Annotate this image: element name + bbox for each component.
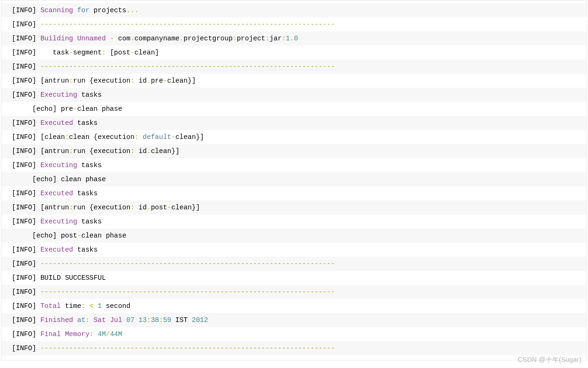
token-p: ] xyxy=(32,147,40,155)
token-p: pre xyxy=(151,77,163,84)
token-p: INFO xyxy=(16,330,32,338)
token-op: : xyxy=(233,35,237,42)
token-kw: Sat xyxy=(94,316,106,324)
token-kw: Executing xyxy=(40,218,77,225)
output-line: [INFO] BUILD SUCCESSFUL xyxy=(1,271,587,285)
token-num: 4M xyxy=(98,330,106,338)
output-line: [INFO] ---------------------------------… xyxy=(1,17,587,31)
token-kw: Final xyxy=(40,330,61,338)
token-op: : xyxy=(81,302,86,310)
output-line: [INFO] Executed tasks xyxy=(1,116,587,130)
token-p: { xyxy=(89,147,94,155)
token-p: INFO xyxy=(16,190,32,197)
token-p: ] xyxy=(32,330,40,338)
token-p: second xyxy=(102,302,130,310)
token-p: companyname xyxy=(134,35,180,42)
token-p: [ xyxy=(12,316,16,324)
token-p: [ xyxy=(12,204,16,211)
token-p: INFO xyxy=(16,147,32,155)
output-line: [INFO] ---------------------------------… xyxy=(1,60,587,74)
token-p: [ xyxy=(40,77,45,84)
token-p: } xyxy=(171,147,175,155)
token-p: INFO xyxy=(16,161,32,169)
token-p: { xyxy=(89,204,94,211)
token-p: [ xyxy=(32,105,37,113)
token-op: : xyxy=(65,133,69,141)
token-p: ] xyxy=(32,133,40,141)
token-p: ] xyxy=(32,302,40,310)
token-p: [ xyxy=(12,63,16,70)
token-p: [ xyxy=(12,147,16,155)
token-p: INFO xyxy=(16,316,32,324)
token-p: [ xyxy=(12,91,16,99)
token-p: ] xyxy=(32,77,40,84)
token-p: execution xyxy=(94,77,130,84)
token-op: / xyxy=(106,330,110,338)
token-p: post xyxy=(114,49,131,56)
token-kw: Unnamed xyxy=(77,35,106,42)
token-op: : xyxy=(130,204,134,211)
token-p: clean xyxy=(171,204,192,211)
token-op: . xyxy=(147,204,151,211)
token-p: } xyxy=(192,204,196,211)
token-kw: Memory xyxy=(65,330,89,338)
token-p: INFO xyxy=(16,260,32,268)
token-p: INFO xyxy=(16,218,32,225)
token-op: : xyxy=(69,147,73,155)
token-p: [ xyxy=(12,345,16,352)
output-line: [INFO] ---------------------------------… xyxy=(1,285,587,299)
token-p: echo xyxy=(36,176,53,183)
token-p: pre xyxy=(57,105,73,113)
token-p: INFO xyxy=(16,288,32,296)
token-num: 13 xyxy=(139,316,147,324)
token-p xyxy=(12,105,32,113)
token-p: ] xyxy=(175,147,180,155)
token-p: segment xyxy=(73,49,102,56)
token-p: clean xyxy=(45,133,65,141)
token-p: } xyxy=(188,77,192,84)
token-p xyxy=(106,35,110,42)
token-op: . xyxy=(147,147,151,155)
token-p xyxy=(73,7,78,14)
token-p: tasks xyxy=(77,218,102,225)
token-kw: Executing xyxy=(40,91,77,99)
token-p: [ xyxy=(110,49,114,56)
token-p xyxy=(12,176,32,183)
token-p: project xyxy=(237,35,266,42)
token-num: 0 xyxy=(294,35,298,42)
output-line: [INFO] [antrun:run {execution: id.post-c… xyxy=(1,200,587,215)
token-p: ] xyxy=(192,77,196,84)
token-op: - xyxy=(77,232,81,239)
token-p: [ xyxy=(32,232,37,239)
output-line: [INFO] Executed tasks xyxy=(1,243,587,257)
token-op: : xyxy=(282,35,286,42)
output-line: [INFO] Building Unnamed - com.companynam… xyxy=(1,31,587,46)
token-kw: Executed xyxy=(40,190,73,197)
token-op: - xyxy=(171,133,175,141)
token-p: ] xyxy=(32,345,40,352)
token-p: INFO xyxy=(16,204,32,211)
output-line: [INFO] Executing tasks xyxy=(1,88,587,102)
token-op: - xyxy=(130,49,134,56)
token-p: { xyxy=(94,133,98,141)
token-p: ] xyxy=(32,7,40,14)
output-line: [INFO] Executed tasks xyxy=(1,186,587,200)
token-p: projectgroup xyxy=(184,35,233,42)
token-p: [ xyxy=(12,21,16,28)
token-p: { xyxy=(89,77,94,84)
token-p: ] xyxy=(53,176,57,183)
token-kw: Finished xyxy=(40,316,73,324)
token-num: 59 xyxy=(163,316,171,324)
output-line: [INFO] [antrun:run {execution: id.clean}… xyxy=(1,144,587,158)
token-p: ] xyxy=(32,91,40,99)
token-p: [ xyxy=(12,218,16,225)
token-p: [ xyxy=(12,161,16,169)
token-p: ] xyxy=(32,204,40,211)
token-op: ----------------------------------------… xyxy=(40,21,335,28)
token-op: - xyxy=(69,49,73,56)
token-fn: default xyxy=(143,133,172,141)
token-p: INFO xyxy=(16,91,32,99)
output-line: [INFO] ---------------------------------… xyxy=(1,257,587,271)
token-p: INFO xyxy=(16,345,32,352)
token-p: tasks xyxy=(77,161,102,169)
